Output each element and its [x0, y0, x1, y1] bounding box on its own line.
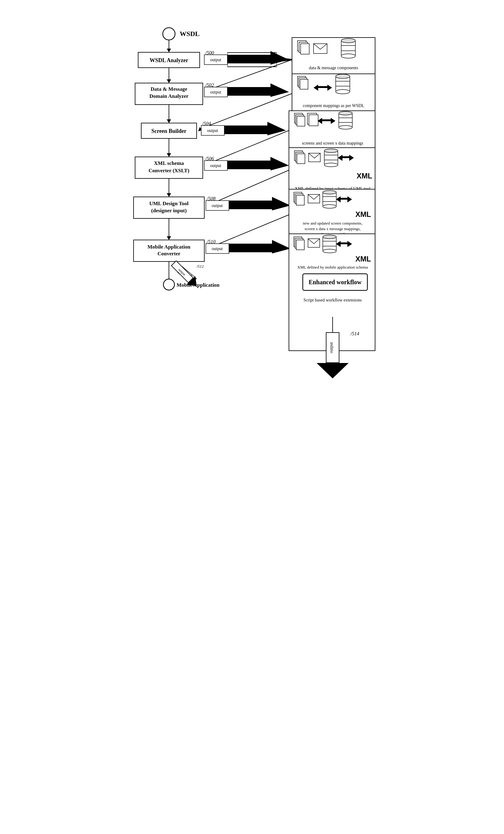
big-arrow-504-body: [224, 126, 267, 134]
cyl6-top: [323, 235, 336, 239]
num-500: /500: [205, 50, 214, 56]
arrow-2-3: [167, 119, 171, 123]
output-502-label: output: [210, 90, 221, 94]
num-506: /506: [205, 156, 214, 161]
doc5-c: [296, 195, 304, 205]
uml-tool-label1: UML Design Tool: [149, 201, 189, 206]
cylinder-top-1: [341, 39, 355, 43]
cylinder-top-2: [336, 74, 350, 79]
output-510-label: output: [212, 246, 223, 251]
big-arrow-506-head: [270, 157, 289, 171]
screen-builder-label: Screen Builder: [151, 128, 187, 134]
cylinder-bottom-1: [341, 54, 355, 58]
right-box-2-label: component mappings as per WSDL: [303, 103, 364, 108]
right-box-3-label: screens and screen x data mappings: [302, 141, 363, 146]
xml-converter-label2: Converter (XSLT): [149, 168, 190, 174]
wsdl-analyzer-label: WSDL Analyzer: [150, 57, 188, 63]
num-514: /514: [350, 331, 359, 336]
num-508: /508: [206, 196, 215, 201]
cylinder-3: [339, 113, 352, 127]
uml-tool-label2: (designer input): [151, 208, 187, 214]
screen3-2: [309, 115, 318, 126]
big-arrow-502-body: [227, 87, 270, 96]
cylinder-bottom-2: [336, 89, 350, 94]
right-box-5-label2: screen x data x message mappings,: [305, 226, 360, 231]
cyl5-top: [323, 191, 336, 194]
mobile-app-text: Mobile Application: [177, 282, 220, 288]
big-arrow-502-head: [270, 83, 289, 97]
wsdl-to-analyzer-arrow: [167, 49, 171, 52]
output-500-label: output: [210, 58, 221, 62]
big-arrow-510-head: [272, 240, 290, 254]
darrow6-line: [341, 242, 347, 244]
output-504-label: output: [207, 128, 218, 133]
big-arrow-510-body: [229, 244, 272, 252]
doc6-c: [296, 240, 304, 250]
enhanced-workflow-label: Enhanced workflow: [309, 279, 361, 285]
wsdl-circle: [163, 28, 175, 40]
cylinder-4: [324, 151, 338, 165]
xml-label-4: XML: [357, 172, 372, 180]
darrow5-line: [341, 198, 347, 200]
output-508-label: output: [212, 203, 223, 208]
back-line-2: [200, 93, 292, 129]
arrow-4-5: [167, 193, 171, 197]
cyl3-top: [339, 111, 352, 115]
mobile-app-label2: Converter: [157, 251, 181, 257]
right-box-1-label: data & message components: [309, 66, 358, 70]
doc4-c: [297, 154, 305, 164]
doc2-c: [300, 79, 308, 89]
big-arrow-500-body: [227, 55, 270, 63]
data-message-label1: Data & Message: [151, 86, 188, 92]
num-504: /504: [202, 121, 211, 126]
output-506-label: output: [210, 163, 221, 168]
xml-converter-label1: XML schema: [154, 160, 184, 166]
mobile-app-label1: Mobile Application: [147, 244, 191, 250]
cyl5-bottom: [323, 204, 336, 208]
data-message-label2: Domain Analyzer: [149, 93, 188, 99]
num-512: /512: [196, 264, 204, 268]
big-arrow-504-head: [267, 122, 286, 135]
darrow3-line: [322, 119, 331, 121]
arrow-1-2: [167, 79, 171, 83]
right-box-6-label: XML defined by mobile application schema: [297, 265, 368, 269]
darrow2-line: [318, 86, 327, 88]
big-arrow-500-head: [270, 51, 289, 65]
cyl3-bottom: [339, 126, 352, 129]
cylinder-6: [323, 237, 336, 251]
big-arrow-508-head: [272, 197, 290, 211]
doc-icon-1c: [301, 44, 309, 54]
big-arrow-514-head: [316, 363, 349, 378]
right-box-5-label1: new and updated screen components,: [303, 221, 363, 225]
doc3-c: [297, 116, 305, 126]
mobile-app-circle: [163, 279, 174, 290]
xml-label-5: XML: [355, 210, 371, 218]
arrow-5-6: [167, 236, 171, 240]
wsdl-label: WSDL: [180, 30, 200, 38]
script-extensions-label: Script based workflow extensions: [303, 298, 361, 302]
xml-label-6: XML: [355, 255, 371, 263]
cyl6-bottom: [323, 249, 336, 253]
cyl4-bottom: [324, 163, 338, 167]
num-510: /510: [206, 239, 215, 244]
big-arrow-508-body: [229, 201, 272, 209]
num-502: /502: [205, 83, 214, 88]
output-514-label: output: [329, 342, 333, 353]
darrow4-line: [343, 156, 349, 158]
cylinder-5: [323, 192, 336, 206]
arrow-3-4: [167, 153, 171, 157]
big-arrow-506-body: [227, 160, 270, 169]
cyl4-top: [324, 149, 338, 153]
